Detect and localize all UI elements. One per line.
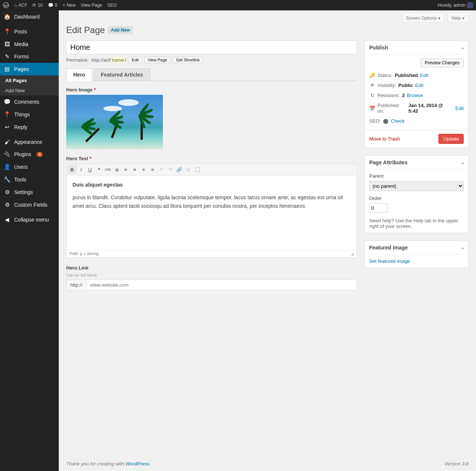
hero-link-input[interactable] [87, 280, 357, 290]
date-edit-link[interactable]: Edit [456, 106, 464, 111]
tab-hero[interactable]: Hero [66, 68, 92, 81]
align-left-button[interactable]: ≡ [131, 165, 139, 174]
publish-box-header[interactable]: Publish▴ [365, 41, 468, 55]
view-page-button[interactable]: View Page [144, 57, 170, 63]
wp-logo[interactable] [3, 2, 9, 8]
menu-custom-fields[interactable]: ⚙Custom Fields [0, 199, 59, 211]
seo-link[interactable]: SEO [107, 3, 116, 8]
link-button[interactable]: 🔗 [175, 165, 183, 174]
toggle-icon: ▴ [462, 46, 464, 50]
undo-button[interactable]: ↶ [157, 165, 165, 174]
menu-things[interactable]: 📍Things [0, 108, 59, 121]
resize-handle[interactable]: ◢ [351, 251, 354, 256]
admin-menu: 🏠Dashboard 📍Posts 🖼Media ✎Forms ▤Pages A… [0, 10, 59, 471]
parent-select[interactable]: (no parent) [369, 181, 464, 191]
chevron-down-icon: ▾ [438, 16, 440, 21]
parent-label: Parent [369, 173, 464, 179]
permalink-edit-button[interactable]: Edit [128, 57, 142, 63]
screen-options-button[interactable]: Screen Options ▾ [402, 14, 445, 23]
redo-button[interactable]: ↷ [166, 165, 174, 174]
hero-image-preview[interactable] [66, 95, 163, 149]
number-list-button[interactable]: ≡ [122, 165, 130, 174]
quote-button[interactable]: ❝ [95, 165, 103, 174]
new-content-link[interactable]: + New [62, 3, 75, 8]
unlink-button[interactable]: ⊘ [184, 165, 192, 174]
version-text: Version 3.8 [444, 461, 469, 467]
submenu-add-new[interactable]: Add New [0, 86, 59, 96]
menu-reply[interactable]: ↩Reply [0, 121, 59, 133]
order-label: Order [369, 196, 464, 201]
browse-revisions-link[interactable]: Browse [407, 93, 423, 98]
gear-icon: ⚙ [4, 201, 10, 208]
help-button[interactable]: Help ▾ [447, 14, 469, 23]
align-center-button[interactable]: ≡ [139, 165, 148, 174]
menu-posts[interactable]: 📍Posts [0, 25, 59, 38]
hero-link-desc: Can be left blank [66, 273, 357, 277]
key-icon: 🔑 [369, 72, 375, 78]
updates-link[interactable]: ⟳ 10 [32, 3, 42, 8]
title-input[interactable] [66, 41, 357, 54]
comments-link[interactable]: 💬 0 [48, 3, 58, 8]
menu-dashboard[interactable]: 🏠Dashboard [0, 10, 59, 23]
page-attributes-header[interactable]: Page Attributes▴ [365, 156, 468, 170]
brush-icon: 🖌 [4, 139, 10, 145]
italic-button[interactable]: I [77, 165, 85, 174]
seo-indicator-icon: ⬤ [383, 118, 389, 124]
update-button[interactable]: Update [438, 134, 464, 144]
menu-appearance[interactable]: 🖌Appearance [0, 136, 59, 148]
align-right-button[interactable]: ≡ [148, 165, 157, 174]
bullet-list-button[interactable]: ≣ [113, 165, 121, 174]
footer: Thank you for creating with WordPress. V… [59, 457, 476, 471]
user-icon: 👤 [4, 164, 10, 170]
calendar-icon: 📅 [369, 106, 375, 111]
menu-forms[interactable]: ✎Forms [0, 50, 59, 63]
collapse-icon: ◀ [4, 216, 10, 223]
menu-users[interactable]: 👤Users [0, 161, 59, 173]
featured-image-box: Featured Image▴ Set featured image [364, 241, 469, 268]
plugins-badge: 8 [36, 152, 43, 157]
hero-image-label: Hero Image * [66, 87, 357, 93]
menu-comments[interactable]: 💬Comments [0, 96, 59, 108]
menu-settings[interactable]: ⚙Settings [0, 186, 59, 199]
account-link[interactable]: Howdy, admin [438, 2, 473, 8]
submenu-all-pages[interactable]: All Pages [0, 75, 59, 86]
chevron-down-icon: ▾ [462, 16, 464, 21]
media-icon: 🖼 [4, 41, 10, 47]
collapse-menu[interactable]: ◀Collapse menu [0, 213, 59, 226]
view-page-link[interactable]: View Page [81, 3, 102, 8]
pin-icon: 📍 [4, 111, 10, 118]
visibility-edit-link[interactable]: Edit [415, 83, 423, 88]
menu-media[interactable]: 🖼Media [0, 38, 59, 50]
underline-button[interactable]: U [86, 165, 94, 174]
move-to-trash-link[interactable]: Move to Trash [369, 136, 400, 142]
tab-featured-articles[interactable]: Featured Articles [94, 68, 150, 81]
menu-plugins[interactable]: 🔌Plugins8 [0, 148, 59, 161]
set-featured-image-link[interactable]: Set featured image [369, 258, 410, 264]
pages-submenu: All Pages Add New [0, 75, 59, 96]
history-icon: ↻ [369, 93, 375, 98]
hero-link-label: Hero Link [66, 265, 357, 271]
add-new-button[interactable]: Add New [108, 26, 133, 34]
strike-button[interactable]: ABE [104, 165, 112, 174]
order-input[interactable] [369, 203, 388, 213]
bold-button[interactable]: B [68, 165, 76, 174]
acf-tabs: Hero Featured Articles [66, 68, 357, 81]
site-name-link[interactable]: ⌂ ACF [14, 3, 27, 8]
page-heading: Edit Page Add New [66, 25, 469, 35]
menu-pages[interactable]: ▤Pages [0, 63, 59, 75]
editor-content[interactable]: Duis aliquet egestas purus in blandit. C… [67, 175, 357, 250]
toggle-icon: ▴ [462, 246, 464, 250]
admin-bar: ⌂ ACF ⟳ 10 💬 0 + New View Page SEO Howdy… [0, 0, 476, 10]
wordpress-link[interactable]: WordPress [126, 461, 149, 467]
menu-tools[interactable]: 🔧Tools [0, 173, 59, 186]
plug-icon: 🔌 [4, 151, 10, 158]
editor-toolbar: B I U ❝ ABE ≣ ≡ ≡ ≡ ≡ ↶ ↷ 🔗 ⊘ ⛶ [67, 164, 357, 175]
seo-check-link[interactable]: Check [391, 118, 405, 124]
permalink-row: Permalink: http://acf/home/ Edit View Pa… [66, 57, 357, 63]
shortlink-button[interactable]: Get Shortlink [173, 57, 203, 63]
featured-image-header[interactable]: Featured Image▴ [365, 241, 468, 255]
preview-changes-button[interactable]: Preview Changes [421, 58, 464, 67]
wrench-icon: 🔧 [4, 176, 10, 183]
fullscreen-button[interactable]: ⛶ [193, 165, 201, 174]
status-edit-link[interactable]: Edit [420, 72, 428, 78]
